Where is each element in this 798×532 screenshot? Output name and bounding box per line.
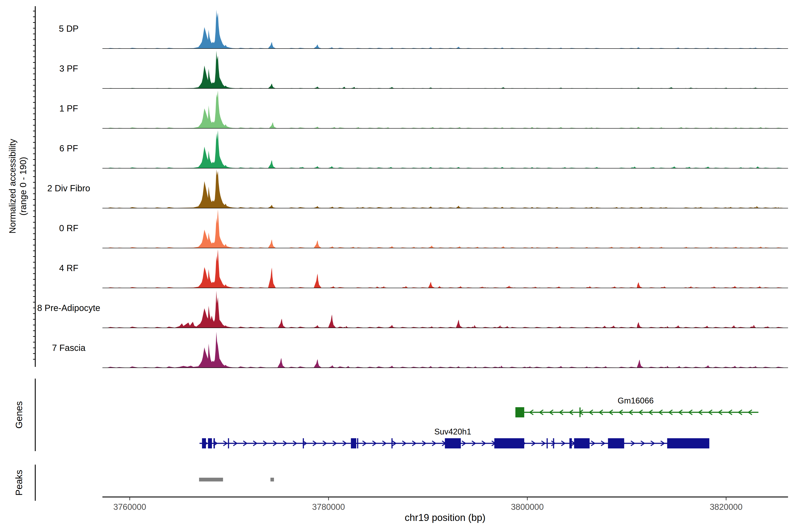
exon-box	[553, 438, 554, 449]
track-row-1-pf: 1 PF	[59, 91, 788, 128]
track-label: 7 Fascia	[52, 343, 86, 353]
genome-accessibility-figure: 5 DP3 PF1 PF6 PF2 Div Fibro0 RF4 RF8 Pre…	[0, 0, 798, 532]
exon-box	[303, 438, 304, 449]
track-row-6-pf: 6 PF	[59, 130, 788, 168]
y-axis-title-line1: Normalized accessibility	[7, 139, 17, 234]
track-row-8-pre-adipocyte: 8 Pre-Adipocyte	[37, 291, 788, 328]
track-label: 1 PF	[59, 103, 78, 113]
exon-box	[608, 438, 624, 449]
track-label: 6 PF	[59, 144, 78, 153]
gene-gm16066: Gm16066	[515, 396, 758, 417]
gene-name-label: Suv420h1	[434, 427, 471, 436]
track-label: 8 Pre-Adipocyte	[37, 303, 100, 313]
exon-box	[228, 438, 229, 449]
exon-boundary-tick	[580, 407, 581, 417]
peaks-section-label: Peaks	[14, 470, 24, 496]
exon-box	[351, 438, 356, 449]
signal-area	[102, 332, 788, 368]
accessibility-tracks-chart: 5 DP3 PF1 PF6 PF2 Div Fibro0 RF4 RF8 Pre…	[0, 0, 798, 532]
signal-area	[102, 91, 788, 128]
exon-box	[357, 438, 358, 449]
exon-box	[515, 407, 524, 417]
track-label: 0 RF	[59, 223, 78, 233]
signal-area	[102, 130, 788, 168]
x-axis-tick-label: 3780000	[312, 502, 345, 512]
signal-area	[102, 249, 788, 288]
track-label: 5 DP	[59, 24, 79, 34]
exon-box	[494, 438, 524, 449]
track-row-2-div-fibro: 2 Div Fibro	[47, 169, 788, 208]
x-axis-tick-label: 3820000	[710, 502, 743, 512]
exon-box	[569, 438, 572, 449]
exon-box	[392, 438, 393, 449]
exon-box	[574, 438, 590, 449]
exon-box	[202, 438, 206, 449]
exon-box	[547, 438, 548, 449]
signal-area	[102, 169, 788, 208]
track-row-5-dp: 5 DP	[59, 10, 788, 49]
x-axis-tick-label: 3800000	[511, 502, 544, 512]
track-row-0-rf: 0 RF	[59, 209, 788, 248]
track-row-3-pf: 3 PF	[59, 51, 788, 89]
track-label: 4 RF	[59, 263, 78, 273]
gene-name-label: Gm16066	[618, 396, 654, 405]
exon-box	[208, 438, 212, 449]
track-row-7-fascia: 7 Fascia	[52, 332, 788, 368]
exon-box	[445, 438, 461, 449]
track-label: 2 Div Fibro	[47, 183, 90, 193]
signal-area	[102, 291, 788, 328]
exon-box	[667, 438, 709, 449]
called-peak-bar	[199, 478, 223, 481]
exon-box	[213, 438, 215, 449]
signal-area	[102, 51, 788, 89]
x-axis-title: chr19 position (bp)	[405, 512, 486, 523]
y-axis-title-line2: (range 0 - 190)	[18, 157, 28, 216]
genes-section-label: Genes	[14, 401, 24, 429]
track-label: 3 PF	[59, 64, 78, 73]
signal-area	[102, 209, 788, 248]
track-row-4-rf: 4 RF	[59, 249, 788, 288]
x-axis-tick-label: 3760000	[113, 502, 146, 512]
gene-suv420h1: Suv420h1	[200, 427, 709, 449]
called-peak-bar	[270, 478, 274, 481]
signal-area	[102, 10, 788, 49]
